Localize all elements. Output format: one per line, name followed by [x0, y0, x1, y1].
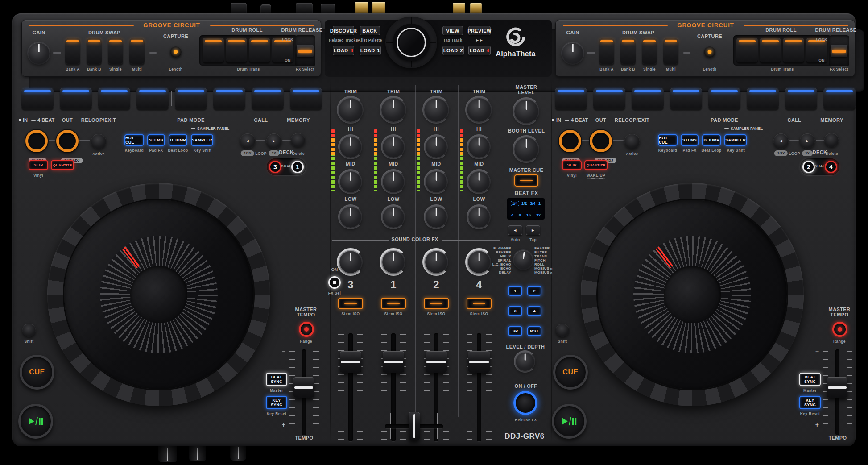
trim-knob[interactable] — [381, 98, 405, 122]
beat-jump-mode-button[interactable]: B.JUMP — [169, 134, 187, 146]
memory-button[interactable] — [291, 133, 305, 147]
fx-on-off-button[interactable] — [513, 391, 537, 415]
key-sync-button[interactable]: KEYSYNC — [266, 396, 287, 409]
play-pause-button[interactable] — [552, 404, 587, 439]
stems-mode-button[interactable]: STEMS — [681, 134, 699, 146]
color-fx-knob[interactable] — [468, 251, 490, 273]
shift-button[interactable] — [22, 324, 36, 337]
drum-release-switch[interactable] — [295, 35, 315, 66]
channel-fader-cap[interactable] — [383, 351, 404, 373]
quantize-button[interactable]: QUANTIZE — [51, 160, 74, 170]
deck-number-1[interactable]: 1 — [291, 161, 304, 173]
quantize-button[interactable]: QUANTIZE — [584, 160, 608, 170]
fx-assign-mst-button[interactable]: MST — [527, 326, 541, 336]
stem-iso-button[interactable] — [338, 298, 363, 309]
performance-pad[interactable] — [823, 88, 856, 108]
back-button[interactable]: BACK — [360, 26, 380, 35]
trim-knob[interactable] — [424, 98, 448, 122]
load-3-button[interactable]: LOAD3 — [333, 46, 354, 55]
low-knob[interactable] — [383, 206, 404, 228]
rear-knob[interactable] — [231, 3, 247, 14]
performance-pad[interactable] — [21, 88, 54, 108]
rear-knob[interactable] — [260, 4, 271, 14]
jog-wheel[interactable] — [47, 183, 270, 406]
call-forward-button[interactable]: ► — [266, 133, 281, 149]
drum-roll-button-2[interactable] — [760, 38, 781, 62]
channel-fader-track[interactable] — [348, 333, 353, 441]
color-fx-knob[interactable] — [425, 251, 447, 273]
gain-knob[interactable] — [28, 42, 50, 64]
performance-pad[interactable] — [593, 88, 625, 108]
drum-swap-multi-button[interactable] — [129, 38, 145, 64]
low-knob[interactable] — [426, 206, 447, 228]
play-pause-button[interactable] — [18, 404, 53, 439]
master-tempo-button[interactable] — [299, 322, 314, 337]
drum-swap-single-button[interactable] — [108, 38, 123, 64]
front-level-knob[interactable] — [230, 444, 246, 461]
fx-assign-3-button[interactable]: 3 — [508, 306, 522, 316]
reloop-exit-button[interactable] — [624, 134, 640, 149]
loop-out-knob[interactable] — [590, 130, 612, 152]
sampler-mode-button[interactable]: SAMPLER — [724, 134, 747, 146]
performance-pad[interactable] — [632, 88, 664, 108]
beat-sync-button[interactable]: BEATSYNC — [266, 373, 287, 386]
loop-out-knob[interactable] — [56, 130, 79, 152]
tempo-fader-cap[interactable] — [293, 377, 314, 398]
hi-knob[interactable] — [383, 136, 404, 158]
slip-button[interactable]: SLIP — [562, 160, 582, 170]
low-knob[interactable] — [340, 206, 361, 228]
key-sync-button[interactable]: KEYSYNC — [799, 396, 821, 409]
hi-knob[interactable] — [340, 136, 361, 158]
hi-knob[interactable] — [468, 136, 490, 158]
call-back-button[interactable]: ◄ — [773, 133, 789, 149]
stem-iso-button[interactable] — [467, 298, 492, 309]
fx-assign-2-button[interactable]: 2 — [527, 286, 541, 296]
channel-fader-cap[interactable] — [340, 351, 361, 373]
reloop-exit-button[interactable] — [91, 134, 106, 149]
stem-iso-button[interactable] — [381, 298, 406, 309]
cue-button[interactable]: CUE — [553, 355, 588, 390]
rear-knob[interactable] — [321, 4, 335, 14]
front-level-knob[interactable] — [189, 444, 206, 461]
drum-swap-bank-a-button[interactable] — [599, 38, 614, 64]
memory-button[interactable] — [824, 133, 839, 147]
channel-fader-track[interactable] — [477, 333, 481, 441]
load-4-button[interactable]: LOAD4 — [468, 46, 491, 55]
drum-release-switch[interactable] — [829, 35, 849, 66]
performance-pad[interactable] — [60, 88, 92, 108]
deck-number-2[interactable]: 2 — [802, 161, 815, 173]
fx-sel-button[interactable] — [328, 276, 341, 289]
performance-pad[interactable] — [290, 88, 322, 108]
sampler-mode-button[interactable]: SAMPLER — [191, 134, 213, 146]
fx-assign-4-button[interactable]: 4 — [527, 306, 541, 316]
cue-button[interactable]: CUE — [20, 355, 54, 390]
mid-knob[interactable] — [426, 171, 447, 192]
drum-swap-single-button[interactable] — [642, 38, 657, 64]
drum-roll-button-3[interactable] — [783, 38, 804, 62]
beat-forward-button[interactable]: ► — [526, 225, 540, 235]
channel-fader-cap[interactable] — [468, 351, 490, 373]
drum-roll-button-1[interactable] — [203, 38, 224, 62]
performance-pad[interactable] — [252, 88, 284, 108]
channel-fader-cap[interactable] — [426, 351, 447, 373]
drum-swap-multi-button[interactable] — [663, 38, 678, 64]
hot-cue-mode-button[interactable]: HOT CUE — [124, 134, 144, 146]
beat-sync-button[interactable]: BEATSYNC — [799, 373, 821, 386]
hi-knob[interactable] — [426, 136, 447, 158]
mid-knob[interactable] — [468, 171, 490, 192]
fx-assign-sp-button[interactable]: SP — [508, 326, 522, 336]
drum-roll-button-3[interactable] — [249, 38, 270, 62]
trim-knob[interactable] — [339, 98, 363, 122]
performance-pad[interactable] — [213, 88, 245, 108]
capture-button[interactable] — [704, 46, 715, 58]
low-knob[interactable] — [468, 206, 490, 228]
load-2-button[interactable]: LOAD2 — [442, 46, 464, 55]
capture-button[interactable] — [170, 46, 182, 58]
performance-pad[interactable] — [136, 88, 169, 108]
booth-level-knob[interactable] — [514, 137, 538, 161]
master-tempo-button[interactable] — [832, 322, 847, 337]
drum-roll-button-1[interactable] — [736, 38, 758, 62]
performance-pad[interactable] — [555, 88, 587, 108]
stem-iso-button[interactable] — [424, 298, 449, 309]
front-level-knob[interactable] — [158, 444, 177, 462]
